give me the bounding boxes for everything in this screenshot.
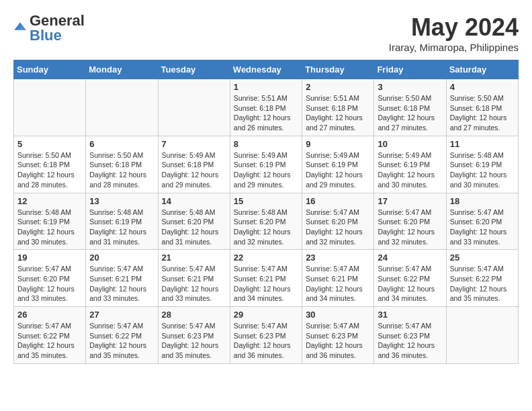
logo-icon	[13, 20, 27, 34]
week-row-4: 19Sunrise: 5:47 AM Sunset: 6:20 PM Dayli…	[14, 250, 519, 307]
day-number: 5	[17, 139, 82, 149]
day-info: Sunrise: 5:47 AM Sunset: 6:23 PM Dayligh…	[162, 321, 226, 361]
day-cell: 4Sunrise: 5:50 AM Sunset: 6:18 PM Daylig…	[446, 79, 518, 136]
day-number: 19	[17, 253, 82, 263]
day-info: Sunrise: 5:47 AM Sunset: 6:20 PM Dayligh…	[378, 208, 442, 247]
day-info: Sunrise: 5:47 AM Sunset: 6:20 PM Dayligh…	[450, 208, 515, 247]
day-cell: 25Sunrise: 5:47 AM Sunset: 6:22 PM Dayli…	[446, 250, 518, 307]
day-cell: 7Sunrise: 5:49 AM Sunset: 6:18 PM Daylig…	[158, 136, 230, 193]
day-info: Sunrise: 5:47 AM Sunset: 6:21 PM Dayligh…	[89, 264, 154, 304]
day-number: 26	[17, 310, 82, 320]
day-cell	[446, 307, 518, 364]
day-cell: 17Sunrise: 5:47 AM Sunset: 6:20 PM Dayli…	[374, 193, 446, 250]
day-number: 10	[378, 139, 442, 149]
day-number: 2	[306, 82, 370, 92]
location-text: Iraray, Mimaropa, Philippines	[389, 42, 519, 53]
day-cell: 22Sunrise: 5:47 AM Sunset: 6:21 PM Dayli…	[230, 250, 302, 307]
day-number: 6	[89, 139, 154, 149]
day-number: 17	[378, 196, 442, 206]
day-info: Sunrise: 5:47 AM Sunset: 6:22 PM Dayligh…	[450, 264, 515, 304]
day-cell: 1Sunrise: 5:51 AM Sunset: 6:18 PM Daylig…	[230, 79, 302, 136]
title-block: May 2024 Iraray, Mimaropa, Philippines	[389, 13, 519, 53]
day-cell: 28Sunrise: 5:47 AM Sunset: 6:23 PM Dayli…	[158, 307, 230, 364]
day-info: Sunrise: 5:47 AM Sunset: 6:23 PM Dayligh…	[378, 321, 442, 361]
day-info: Sunrise: 5:47 AM Sunset: 6:22 PM Dayligh…	[17, 321, 82, 361]
day-number: 23	[306, 253, 370, 263]
day-cell: 20Sunrise: 5:47 AM Sunset: 6:21 PM Dayli…	[86, 250, 158, 307]
day-cell: 21Sunrise: 5:47 AM Sunset: 6:21 PM Dayli…	[158, 250, 230, 307]
day-cell: 27Sunrise: 5:47 AM Sunset: 6:22 PM Dayli…	[86, 307, 158, 364]
day-info: Sunrise: 5:47 AM Sunset: 6:22 PM Dayligh…	[89, 321, 154, 361]
column-header-wednesday: Wednesday	[230, 60, 302, 79]
day-number: 15	[234, 196, 298, 206]
day-cell: 19Sunrise: 5:47 AM Sunset: 6:20 PM Dayli…	[14, 250, 86, 307]
day-info: Sunrise: 5:48 AM Sunset: 6:19 PM Dayligh…	[17, 208, 82, 247]
day-cell: 24Sunrise: 5:47 AM Sunset: 6:22 PM Dayli…	[374, 250, 446, 307]
day-cell: 29Sunrise: 5:47 AM Sunset: 6:23 PM Dayli…	[230, 307, 302, 364]
day-number: 22	[234, 253, 298, 263]
day-number: 28	[162, 310, 226, 320]
day-number: 8	[234, 139, 298, 149]
day-info: Sunrise: 5:47 AM Sunset: 6:23 PM Dayligh…	[306, 321, 370, 361]
week-row-1: 1Sunrise: 5:51 AM Sunset: 6:18 PM Daylig…	[14, 79, 519, 136]
logo: General Blue	[13, 13, 85, 43]
day-cell: 13Sunrise: 5:48 AM Sunset: 6:19 PM Dayli…	[86, 193, 158, 250]
day-info: Sunrise: 5:47 AM Sunset: 6:21 PM Dayligh…	[234, 264, 298, 304]
day-number: 11	[450, 139, 515, 149]
day-info: Sunrise: 5:50 AM Sunset: 6:18 PM Dayligh…	[17, 150, 82, 190]
day-cell: 5Sunrise: 5:50 AM Sunset: 6:18 PM Daylig…	[14, 136, 86, 193]
day-info: Sunrise: 5:47 AM Sunset: 6:21 PM Dayligh…	[162, 264, 226, 304]
day-info: Sunrise: 5:51 AM Sunset: 6:18 PM Dayligh…	[306, 93, 370, 133]
day-cell	[86, 79, 158, 136]
day-info: Sunrise: 5:47 AM Sunset: 6:20 PM Dayligh…	[306, 208, 370, 247]
day-info: Sunrise: 5:47 AM Sunset: 6:21 PM Dayligh…	[306, 264, 370, 304]
day-info: Sunrise: 5:49 AM Sunset: 6:19 PM Dayligh…	[306, 150, 370, 190]
day-cell: 23Sunrise: 5:47 AM Sunset: 6:21 PM Dayli…	[302, 250, 374, 307]
day-cell: 10Sunrise: 5:49 AM Sunset: 6:19 PM Dayli…	[374, 136, 446, 193]
week-row-2: 5Sunrise: 5:50 AM Sunset: 6:18 PM Daylig…	[14, 136, 519, 193]
day-info: Sunrise: 5:50 AM Sunset: 6:18 PM Dayligh…	[89, 150, 154, 190]
logo-blue-text: Blue	[30, 28, 85, 43]
column-header-tuesday: Tuesday	[158, 60, 230, 79]
page-header: General Blue May 2024 Iraray, Mimaropa, …	[13, 13, 519, 53]
day-info: Sunrise: 5:48 AM Sunset: 6:19 PM Dayligh…	[89, 208, 154, 247]
column-headers: SundayMondayTuesdayWednesdayThursdayFrid…	[14, 60, 519, 79]
day-info: Sunrise: 5:51 AM Sunset: 6:18 PM Dayligh…	[234, 93, 298, 133]
day-info: Sunrise: 5:49 AM Sunset: 6:19 PM Dayligh…	[378, 150, 442, 190]
day-info: Sunrise: 5:50 AM Sunset: 6:18 PM Dayligh…	[378, 93, 442, 133]
day-cell: 26Sunrise: 5:47 AM Sunset: 6:22 PM Dayli…	[14, 307, 86, 364]
day-info: Sunrise: 5:47 AM Sunset: 6:23 PM Dayligh…	[234, 321, 298, 361]
day-number: 18	[450, 196, 515, 206]
day-number: 25	[450, 253, 515, 263]
day-number: 24	[378, 253, 442, 263]
day-cell	[14, 79, 86, 136]
day-info: Sunrise: 5:50 AM Sunset: 6:18 PM Dayligh…	[450, 93, 515, 133]
day-cell: 31Sunrise: 5:47 AM Sunset: 6:23 PM Dayli…	[374, 307, 446, 364]
day-number: 14	[162, 196, 226, 206]
day-number: 9	[306, 139, 370, 149]
day-cell: 6Sunrise: 5:50 AM Sunset: 6:18 PM Daylig…	[86, 136, 158, 193]
day-number: 13	[89, 196, 154, 206]
day-number: 30	[306, 310, 370, 320]
week-row-5: 26Sunrise: 5:47 AM Sunset: 6:22 PM Dayli…	[14, 307, 519, 364]
day-cell: 9Sunrise: 5:49 AM Sunset: 6:19 PM Daylig…	[302, 136, 374, 193]
day-cell: 2Sunrise: 5:51 AM Sunset: 6:18 PM Daylig…	[302, 79, 374, 136]
day-number: 29	[234, 310, 298, 320]
day-cell: 30Sunrise: 5:47 AM Sunset: 6:23 PM Dayli…	[302, 307, 374, 364]
day-number: 1	[234, 82, 298, 92]
day-cell: 16Sunrise: 5:47 AM Sunset: 6:20 PM Dayli…	[302, 193, 374, 250]
day-info: Sunrise: 5:47 AM Sunset: 6:20 PM Dayligh…	[17, 264, 82, 304]
day-number: 20	[89, 253, 154, 263]
day-info: Sunrise: 5:49 AM Sunset: 6:18 PM Dayligh…	[162, 150, 226, 190]
day-cell: 3Sunrise: 5:50 AM Sunset: 6:18 PM Daylig…	[374, 79, 446, 136]
day-info: Sunrise: 5:49 AM Sunset: 6:19 PM Dayligh…	[234, 150, 298, 190]
day-number: 31	[378, 310, 442, 320]
day-info: Sunrise: 5:47 AM Sunset: 6:22 PM Dayligh…	[378, 264, 442, 304]
day-number: 7	[162, 139, 226, 149]
day-info: Sunrise: 5:48 AM Sunset: 6:20 PM Dayligh…	[234, 208, 298, 247]
day-number: 27	[89, 310, 154, 320]
day-cell	[158, 79, 230, 136]
column-header-saturday: Saturday	[446, 60, 518, 79]
column-header-thursday: Thursday	[302, 60, 374, 79]
day-cell: 14Sunrise: 5:48 AM Sunset: 6:20 PM Dayli…	[158, 193, 230, 250]
